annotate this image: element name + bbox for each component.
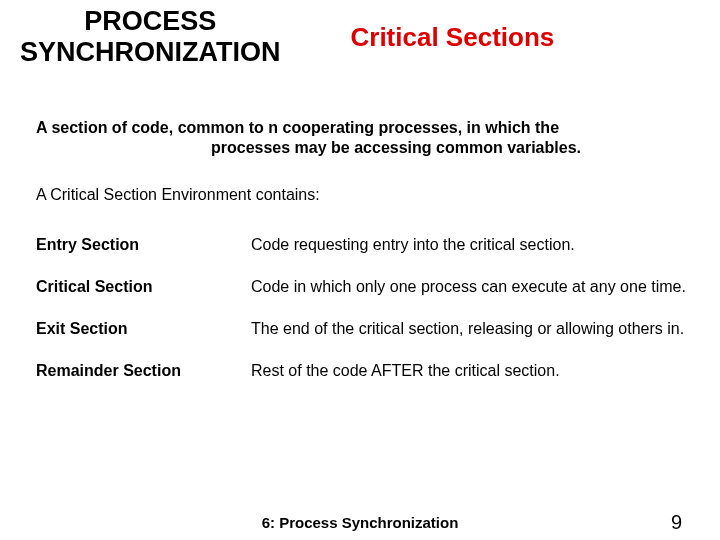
- section-row: Critical Section Code in which only one …: [36, 266, 720, 308]
- section-row: Entry Section Code requesting entry into…: [36, 224, 720, 266]
- page-number: 9: [671, 511, 682, 534]
- slide: PROCESS SYNCHRONIZATION Critical Section…: [0, 0, 720, 540]
- section-term: Critical Section: [36, 278, 251, 296]
- environment-intro: A Critical Section Environment contains:: [0, 158, 720, 204]
- header-title: Critical Sections: [351, 22, 555, 53]
- definition-line1: A section of code, common to n cooperati…: [36, 118, 690, 138]
- section-desc: Code requesting entry into the critical …: [251, 236, 720, 254]
- definition-line2: processes may be accessing common variab…: [36, 138, 690, 158]
- section-desc: Rest of the code AFTER the critical sect…: [251, 362, 720, 380]
- definition-block: A section of code, common to n cooperati…: [0, 78, 720, 158]
- section-term: Exit Section: [36, 320, 251, 338]
- section-term: Remainder Section: [36, 362, 251, 380]
- section-desc: Code in which only one process can execu…: [251, 278, 720, 296]
- footer-title: 6: Process Synchronization: [262, 514, 459, 531]
- section-desc: The end of the critical section, releasi…: [251, 320, 720, 338]
- sections-list: Entry Section Code requesting entry into…: [0, 204, 720, 392]
- section-row: Remainder Section Rest of the code AFTER…: [36, 350, 720, 392]
- slide-header: PROCESS SYNCHRONIZATION Critical Section…: [0, 0, 720, 78]
- section-term: Entry Section: [36, 236, 251, 254]
- header-topic: PROCESS SYNCHRONIZATION: [20, 6, 281, 68]
- section-row: Exit Section The end of the critical sec…: [36, 308, 720, 350]
